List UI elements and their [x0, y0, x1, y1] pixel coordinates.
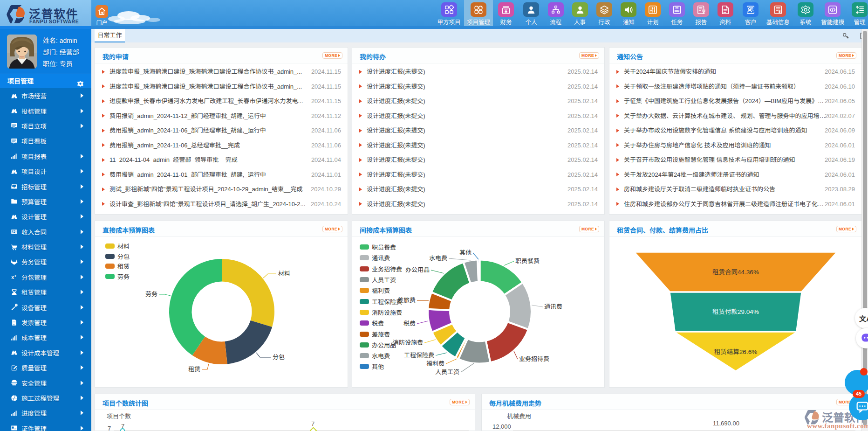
svg-text:办公用品: 办公用品 [405, 266, 430, 273]
svg-text:材料: 材料 [278, 270, 290, 277]
svg-text:项目个数: 项目个数 [107, 413, 131, 420]
svg-text:人员工资: 人员工资 [435, 368, 459, 375]
svg-text:机械费用: 机械费用 [507, 413, 531, 420]
svg-text:分包: 分包 [273, 354, 285, 361]
svg-text:x: x [11, 274, 14, 280]
svg-text:11,690.00: 11,690.00 [713, 420, 739, 427]
svg-text:7: 7 [311, 420, 314, 427]
svg-text:税费: 税费 [403, 320, 416, 327]
svg-text:租赁结算26.6%: 租赁结算26.6% [714, 348, 757, 355]
svg-text:职员餐费: 职员餐费 [515, 257, 540, 264]
svg-text:业务招待费: 业务招待费 [519, 355, 549, 362]
svg-text:7: 7 [108, 425, 111, 431]
svg-text:租赁付款29.04%: 租赁付款29.04% [712, 308, 759, 315]
svg-text:福利费: 福利费 [426, 360, 444, 367]
svg-text:通讯费: 通讯费 [544, 303, 562, 310]
svg-text:劳务: 劳务 [145, 291, 157, 298]
svg-text:12,000: 12,000 [492, 423, 511, 430]
svg-text:租赁合同44.36%: 租赁合同44.36% [712, 269, 759, 276]
svg-text:其他: 其他 [459, 249, 472, 256]
svg-text:工程保险费: 工程保险费 [404, 352, 434, 359]
svg-text:水电费: 水电费 [429, 255, 447, 262]
svg-text:租赁: 租赁 [188, 366, 200, 373]
svg-text:2: 2 [14, 274, 16, 278]
